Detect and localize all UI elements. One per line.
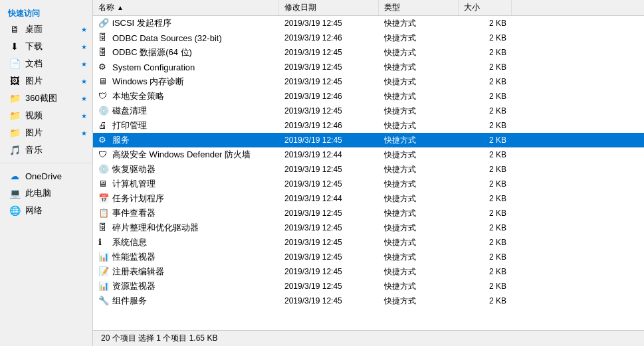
pin-icon: ★ [81,43,87,50]
col-header-type[interactable]: 类型 [379,0,459,15]
file-icon: 📅 [98,193,109,204]
table-row[interactable]: 🛡 本地安全策略 2019/3/19 12:46 快捷方式 2 KB [93,89,644,104]
file-icon: 📝 [98,266,109,277]
status-text: 20 个项目 选择 1 个项目 1.65 KB [101,333,217,344]
file-icon: 🛡 [98,149,109,160]
file-icon: 🖥 [98,76,109,87]
file-name-cell: 🛡 高级安全 Windows Defender 防火墙 [93,149,279,161]
sidebar-item-downloads[interactable]: ⬇ 下载 ★ [0,38,92,55]
table-row[interactable]: 🔧 组件服务 2019/3/19 12:45 快捷方式 2 KB [93,294,644,308]
file-date-cell: 2019/3/19 12:45 [279,223,379,232]
col-header-name[interactable]: 名称 ▲ [93,0,279,15]
file-size-cell: 2 KB [459,92,512,101]
file-name-cell: 📝 注册表编辑器 [93,266,279,278]
table-row[interactable]: ⚙ 服务 2019/3/19 12:45 快捷方式 2 KB [93,133,644,147]
sidebar-item-360[interactable]: 📁 360截图 ★ [0,90,92,107]
file-name-cell: ⚙ System Configuration [93,62,279,72]
table-row[interactable]: 📊 性能监视器 2019/3/19 12:45 快捷方式 2 KB [93,250,644,264]
file-type-cell: 快捷方式 [379,252,459,263]
table-row[interactable]: 🖥 计算机管理 2019/3/19 12:45 快捷方式 2 KB [93,177,644,191]
table-row[interactable]: 🗄 碎片整理和优化驱动器 2019/3/19 12:45 快捷方式 2 KB [93,220,644,235]
file-name: 碎片整理和优化驱动器 [112,222,199,234]
table-row[interactable]: ⚙ System Configuration 2019/3/19 12:45 快… [93,60,644,74]
sidebar-item-videos[interactable]: 📁 视频 ★ [0,107,92,124]
onedrive-icon: ☁ [8,169,21,183]
file-size-cell: 2 KB [459,48,512,57]
file-type-cell: 快捷方式 [379,91,459,102]
table-row[interactable]: 🖥 Windows 内存诊断 2019/3/19 12:45 快捷方式 2 KB [93,74,644,89]
file-type-cell: 快捷方式 [379,135,459,146]
table-row[interactable]: 📅 任务计划程序 2019/3/19 12:44 快捷方式 2 KB [93,191,644,206]
file-icon: 🔗 [98,18,109,29]
file-date-cell: 2019/3/19 12:45 [279,209,379,218]
file-icon: 🖥 [98,179,109,189]
table-row[interactable]: 🗄 ODBC 数据源(64 位) 2019/3/19 12:45 快捷方式 2 … [93,45,644,60]
col-header-size[interactable]: 大小 [459,0,512,15]
file-name: ODBC 数据源(64 位) [112,46,192,58]
file-name: 本地安全策略 [112,90,164,102]
file-size-cell: 2 KB [459,33,512,43]
file-date-cell: 2019/3/19 12:45 [279,252,379,262]
file-date-cell: 2019/3/19 12:44 [279,150,379,159]
col-header-date[interactable]: 修改日期 [279,0,379,15]
file-name: 磁盘清理 [112,105,147,117]
file-icon: 💿 [98,164,109,175]
table-row[interactable]: 🖨 打印管理 2019/3/19 12:46 快捷方式 2 KB [93,118,644,133]
sidebar-item-pics[interactable]: 🖼 图片 ★ [0,72,92,90]
file-date-cell: 2019/3/19 12:45 [279,165,379,174]
videos-icon: 📁 [8,109,21,122]
sidebar-section-quickaccess: 快速访问 [0,5,92,21]
sidebar-item-desktop[interactable]: 🖥 桌面 ★ [0,21,92,38]
file-type-cell: 快捷方式 [379,281,459,292]
table-row[interactable]: 📊 资源监视器 2019/3/19 12:45 快捷方式 2 KB [93,279,644,294]
file-date-cell: 2019/3/19 12:46 [279,121,379,130]
sidebar-item-docs[interactable]: 📄 文档 ★ [0,55,92,72]
file-size-cell: 2 KB [459,19,512,28]
sidebar-item-thispc[interactable]: 💻 此电脑 [0,185,92,202]
table-row[interactable]: 🗄 ODBC Data Sources (32-bit) 2019/3/19 1… [93,31,644,45]
table-row[interactable]: 💿 恢复驱动器 2019/3/19 12:45 快捷方式 2 KB [93,162,644,177]
sidebar-item-label: 图片 [25,75,80,87]
sidebar-item-pictures[interactable]: 📁 图片 ★ [0,124,92,141]
file-type-cell: 快捷方式 [379,18,459,29]
table-row[interactable]: 📝 注册表编辑器 2019/3/19 12:45 快捷方式 2 KB [93,264,644,279]
file-size-cell: 2 KB [459,179,512,189]
table-row[interactable]: 📋 事件查看器 2019/3/19 12:45 快捷方式 2 KB [93,206,644,220]
file-date-cell: 2019/3/19 12:45 [279,296,379,305]
file-name: ODBC Data Sources (32-bit) [112,33,222,43]
sidebar-item-label: 视频 [25,110,80,122]
thispc-icon: 💻 [8,187,21,200]
table-row[interactable]: 🔗 iSCSI 发起程序 2019/3/19 12:45 快捷方式 2 KB [93,16,644,31]
file-name: 系统信息 [112,236,147,248]
table-row[interactable]: ℹ 系统信息 2019/3/19 12:45 快捷方式 2 KB [93,235,644,250]
file-name-cell: 🗄 碎片整理和优化驱动器 [93,222,279,234]
file-name: System Configuration [112,62,195,72]
file-list[interactable]: 🔗 iSCSI 发起程序 2019/3/19 12:45 快捷方式 2 KB 🗄… [93,16,644,330]
sidebar-item-label: 下载 [25,41,80,52]
table-row[interactable]: 💿 磁盘清理 2019/3/19 12:45 快捷方式 2 KB [93,104,644,118]
file-date-cell: 2019/3/19 12:45 [279,238,379,247]
folder-icon: 📁 [8,92,21,105]
sidebar-item-music[interactable]: 🎵 音乐 [0,141,92,159]
table-row[interactable]: 🛡 高级安全 Windows Defender 防火墙 2019/3/19 12… [93,147,644,162]
file-name-cell: 📋 事件查看器 [93,207,279,219]
file-name: 性能监视器 [112,251,156,263]
sidebar-item-label: 网络 [25,205,87,216]
pin-icon: ★ [81,112,87,120]
file-size-cell: 2 KB [459,62,512,72]
file-type-cell: 快捷方式 [379,106,459,117]
file-icon: ℹ [98,237,109,248]
main-panel: 名称 ▲ 修改日期 类型 大小 🔗 iSCSI 发起程序 2019/3/19 1… [93,0,644,346]
file-date-cell: 2019/3/19 12:45 [279,135,379,145]
sidebar: 快速访问 🖥 桌面 ★ ⬇ 下载 ★ 📄 文档 ★ 🖼 图片 ★ 📁 360截图… [0,0,93,346]
pics-icon: 🖼 [8,74,21,88]
file-type-cell: 快捷方式 [379,62,459,73]
file-icon: 🗄 [98,33,109,43]
file-type-cell: 快捷方式 [379,149,459,161]
sidebar-item-network[interactable]: 🌐 网络 [0,202,92,219]
sidebar-item-onedrive[interactable]: ☁ OneDrive [0,167,92,185]
file-type-cell: 快捷方式 [379,76,459,88]
pin-icon: ★ [81,60,87,68]
file-header: 名称 ▲ 修改日期 类型 大小 [93,0,644,16]
file-name-cell: 💿 恢复驱动器 [93,163,279,175]
